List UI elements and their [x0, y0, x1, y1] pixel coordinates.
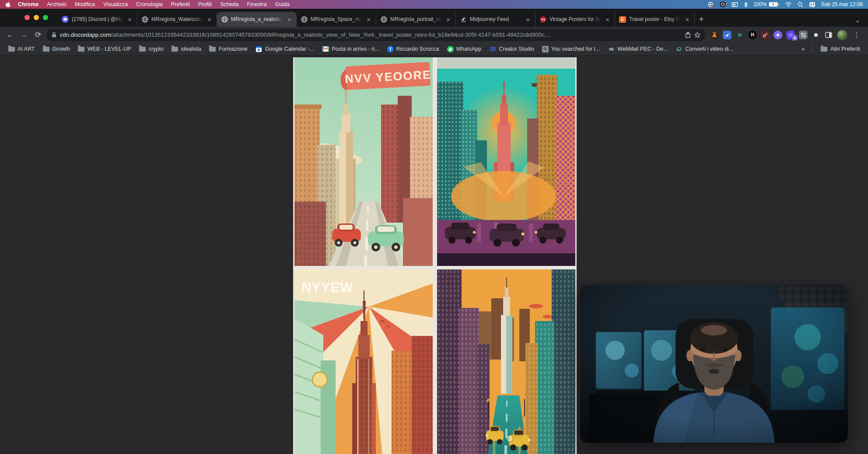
bookmark-label: Google Calendar -...: [265, 46, 315, 52]
extensions-puzzle-icon[interactable]: [812, 31, 820, 39]
minimize-window-button[interactable]: [34, 15, 39, 20]
tab-portrait[interactable]: MRregista_portrait_on_a_ ×: [376, 12, 456, 27]
tab-close-icon[interactable]: ×: [365, 16, 372, 23]
tab-etsy[interactable]: E Travel poster - Etsy IT ×: [615, 12, 695, 27]
globe-favicon: [301, 16, 308, 23]
tab-label: Midjourney Feed: [470, 16, 522, 22]
midjourney-image-grid[interactable]: NVV YEOORE: [293, 57, 577, 454]
bookmark-creator-studio[interactable]: Creator Studio: [486, 44, 538, 54]
bookmark-web-level-up[interactable]: WEB - LEVEL-UP: [74, 44, 135, 54]
tab-close-icon[interactable]: ×: [525, 16, 531, 23]
back-button[interactable]: ←: [4, 29, 16, 41]
gmail-favicon: [322, 45, 329, 52]
poster-top-left: NVV YEOORE: [294, 57, 433, 266]
menu-profili[interactable]: Profili: [198, 1, 212, 7]
bookmark-ai-art[interactable]: AI ART: [4, 44, 38, 54]
bookmark-formazione[interactable]: Formazione: [206, 44, 251, 54]
folder-icon: [139, 45, 146, 52]
tab-discord[interactable]: (2765) Discord | @Midjou ×: [58, 12, 137, 27]
onepassword-icon[interactable]: [720, 1, 726, 7]
tab-close-icon[interactable]: ×: [684, 16, 690, 23]
webmail-favicon: [608, 45, 615, 52]
bluetooth-icon[interactable]: [744, 2, 748, 7]
h-extension-icon[interactable]: H: [748, 31, 757, 39]
spotlight-search-icon[interactable]: [798, 2, 803, 7]
tab-midjourney-feed[interactable]: Midjourney Feed ×: [456, 12, 536, 27]
bookmark-idealista[interactable]: idealista: [168, 44, 205, 54]
grid-extension-icon[interactable]: [799, 31, 808, 39]
tab-close-icon[interactable]: ×: [126, 16, 133, 23]
menu-archivio[interactable]: Archivio: [47, 1, 66, 7]
menu-visualizza[interactable]: Visualizza: [103, 1, 128, 7]
bookmarks-overflow-button[interactable]: »: [798, 45, 808, 53]
bookmark-converti-video[interactable]: Converti i video di...: [672, 44, 737, 54]
extension-badge: 6: [791, 34, 798, 41]
other-bookmarks-folder[interactable]: Altri Preferiti: [817, 44, 864, 54]
bookmark-google-calendar[interactable]: Google Calendar -...: [252, 44, 318, 54]
etsy-letter: E: [621, 17, 624, 22]
wifi-icon[interactable]: [785, 2, 792, 7]
tab-space-adventure[interactable]: MRregista_Space_Advent ×: [297, 12, 376, 27]
menu-cronologia[interactable]: Cronologia: [136, 1, 162, 7]
display-icon[interactable]: [732, 2, 738, 7]
tab-close-icon[interactable]: ×: [286, 16, 293, 23]
tab-label: MRregista_a_realistic_vie: [231, 16, 283, 22]
other-bookmarks-label: Altri Preferiti: [830, 46, 860, 52]
tab-close-icon[interactable]: ×: [604, 16, 611, 23]
forward-button[interactable]: →: [18, 29, 30, 41]
tab-watercolor[interactable]: MRregista_Watercolor_Pa ×: [137, 12, 217, 27]
key-extension-icon[interactable]: [761, 31, 770, 39]
menu-scheda[interactable]: Scheda: [220, 1, 238, 7]
profile-avatar[interactable]: [837, 30, 847, 40]
bookmark-whatsapp[interactable]: WhatsApp: [444, 45, 485, 54]
menu-preferiti[interactable]: Preferiti: [171, 1, 190, 7]
globe-favicon: [141, 16, 148, 23]
user-switch-icon[interactable]: [809, 2, 816, 7]
tab-vintage-posters[interactable]: Vintage Posters for Sale | ×: [536, 12, 615, 27]
bookmark-gmail[interactable]: Posta in arrivo - ri...: [318, 44, 382, 54]
etsy-favicon: E: [619, 16, 626, 23]
new-tab-button[interactable]: +: [695, 12, 708, 27]
tab-label: MRregista_Space_Advent: [311, 16, 362, 22]
apple-menu-icon[interactable]: [5, 1, 11, 8]
screen-record-icon[interactable]: [707, 2, 714, 7]
purple-extension-icon[interactable]: [774, 31, 782, 39]
creator-studio-favicon: [489, 45, 496, 52]
menu-finestra[interactable]: Finestra: [247, 1, 267, 7]
battery-status[interactable]: 100%: [753, 1, 779, 7]
url-bar[interactable]: cdn.discordapp.com/attachments/101351233…: [46, 29, 706, 41]
bookmark-facebook[interactable]: fRiccardo Scrocca: [384, 45, 443, 54]
tab-close-icon[interactable]: ×: [206, 16, 213, 23]
poster-bottom-left: NYYEW: [294, 269, 433, 454]
browser-menu-icon[interactable]: ⋮: [851, 31, 862, 39]
menu-guida[interactable]: Guida: [275, 1, 290, 7]
purple-badge-extension-icon[interactable]: 6: [786, 30, 796, 40]
tab-realistic-view-active[interactable]: MRregista_a_realistic_vie ×: [217, 12, 297, 27]
window-controls: [24, 15, 48, 20]
bookmark-webmail-pec[interactable]: WebMail PEC - De...: [604, 44, 671, 54]
side-panel-icon[interactable]: [824, 31, 833, 39]
blue-extension-icon[interactable]: [723, 31, 732, 39]
bookmark-label: idealista: [181, 46, 201, 52]
bookmark-you-searched[interactable]: You searched for I...: [539, 45, 603, 54]
metamask-extension-icon[interactable]: [710, 31, 719, 39]
menubar-clock[interactable]: Sab 25 mar 12:08: [821, 1, 863, 7]
zoom-window-button[interactable]: [43, 15, 48, 20]
bookmark-crypto[interactable]: crypto: [136, 44, 167, 54]
bookmark-label: You searched for I...: [551, 46, 600, 52]
bookmark-growth[interactable]: Growth: [39, 44, 73, 54]
screen: Chrome Archivio Modifica Visualizza Cron…: [0, 0, 868, 454]
close-window-button[interactable]: [24, 15, 30, 20]
menu-modifica[interactable]: Modifica: [75, 1, 95, 7]
menu-chrome[interactable]: Chrome: [18, 1, 38, 7]
tab-search-chevron-icon[interactable]: ⌄: [855, 17, 860, 24]
lock-icon: [52, 32, 56, 38]
bookmark-label: Growth: [52, 46, 70, 52]
share-icon[interactable]: [685, 31, 691, 38]
reload-button[interactable]: ⟳: [32, 29, 44, 41]
globe-favicon: [221, 16, 228, 23]
browser-toolbar: ← → ⟳ cdn.discordapp.com/attachments/101…: [0, 27, 868, 43]
tab-close-icon[interactable]: ×: [445, 16, 452, 23]
bookmark-star-icon[interactable]: [694, 32, 700, 38]
notion-extension-icon[interactable]: N: [735, 31, 744, 39]
